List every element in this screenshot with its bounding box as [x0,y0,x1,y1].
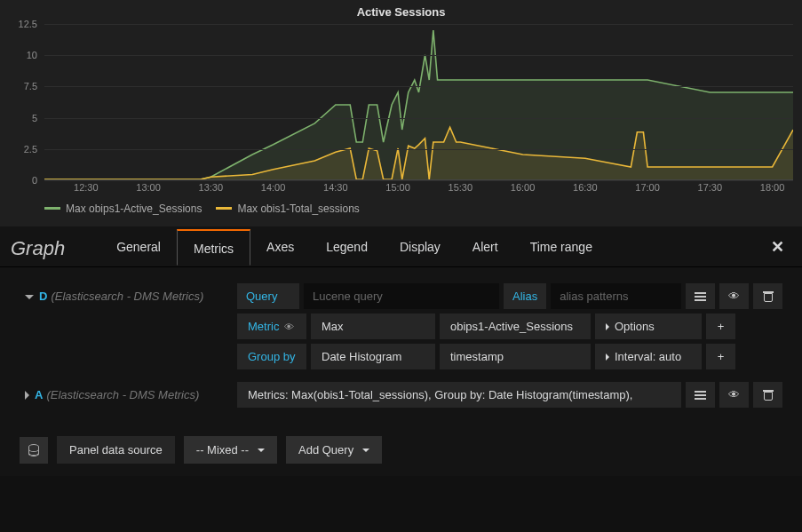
metric-field-select[interactable]: obips1-Active_Sessions [440,314,591,339]
query-datasource: (Elasticsearch - DMS Metrics) [46,388,199,401]
menu-icon [695,391,706,400]
chart-svg [44,24,793,179]
close-icon[interactable]: ✕ [771,237,784,257]
query-datasource: (Elasticsearch - DMS Metrics) [51,290,203,303]
query-row-a: A (Elasticsearch - DMS Metrics) Metrics:… [20,382,782,408]
y-tick: 10 [27,50,37,60]
caret-right-icon [606,353,609,361]
eye-icon: 👁 [728,388,740,401]
tab-legend[interactable]: Legend [310,229,384,265]
groupby-interval-toggle[interactable]: Interval: auto [595,344,702,369]
query-toggle-d[interactable]: D (Elasticsearch - DMS Metrics) [20,283,233,309]
x-tick: 17:00 [635,182,660,193]
tab-metrics[interactable]: Metrics [177,229,250,266]
query-delete-button[interactable] [753,382,782,408]
x-tick: 15:30 [449,182,473,193]
y-tick: 12.5 [19,19,37,29]
legend-label: Max obis1-Total_sessions [237,202,359,215]
query-row-d: D (Elasticsearch - DMS Metrics) Query Lu… [20,283,782,369]
chevron-down-icon [258,449,265,452]
query-delete-button[interactable] [753,283,782,309]
query-menu-button[interactable] [686,382,715,408]
metrics-tab-content: D (Elasticsearch - DMS Metrics) Query Lu… [0,267,802,424]
datasource-icon-button[interactable] [20,437,48,464]
add-query-button[interactable]: Add Query [286,436,382,464]
x-tick: 16:00 [511,182,536,193]
y-tick: 2.5 [24,144,37,155]
alias-input[interactable]: alias patterns [551,283,681,309]
query-letter: D [39,290,47,303]
legend-label: Max obips1-Active_Sessions [66,202,202,215]
chart-panel: Active Sessions 02.557.51012.5 12:3013:0… [0,0,802,226]
x-tick: 12:30 [74,182,99,193]
caret-down-icon [25,295,34,299]
query-visibility-button[interactable]: 👁 [719,382,749,408]
x-tick: 13:30 [199,182,224,193]
editor-tabbar: Graph GeneralMetricsAxesLegendDisplayAle… [0,226,802,267]
tab-display[interactable]: Display [384,229,457,265]
add-groupby-button[interactable]: + [706,344,735,369]
trash-icon [764,291,773,302]
plot-region[interactable] [44,24,793,180]
y-tick: 7.5 [24,81,37,91]
tab-time-range[interactable]: Time range [514,229,608,265]
x-tick: 15:00 [385,182,410,193]
metric-label: Metric👁 [237,314,306,339]
groupby-field-select[interactable]: timestamp [440,344,591,369]
metric-options-toggle[interactable]: Options [595,314,702,339]
caret-right-icon [25,391,29,400]
query-menu-button[interactable] [686,283,715,309]
tab-general[interactable]: General [100,229,177,265]
tab-axes[interactable]: Axes [250,229,310,265]
panel-editor: Graph GeneralMetricsAxesLegendDisplayAle… [0,226,802,476]
menu-icon [695,292,706,301]
lucene-query-input[interactable]: Lucene query [304,283,499,309]
chart-title: Active Sessions [9,4,793,24]
y-axis: 02.557.51012.5 [14,24,41,180]
editor-footer: Panel data source -- Mixed -- Add Query [0,424,802,476]
database-icon [28,444,39,457]
x-axis: 12:3013:0013:3014:0014:3015:0015:3016:00… [44,180,793,193]
eye-icon: 👁 [728,290,740,303]
eye-icon[interactable]: 👁 [284,322,294,332]
legend-item[interactable]: Max obips1-Active_Sessions [44,202,202,215]
legend-item[interactable]: Max obis1-Total_sessions [216,202,359,215]
groupby-label: Group by [237,344,306,369]
caret-right-icon [606,323,609,330]
legend-swatch [216,207,232,210]
chevron-down-icon [362,449,369,452]
y-tick: 5 [32,113,37,123]
panel-datasource-select[interactable]: -- Mixed -- [184,436,277,464]
chart-legend: Max obips1-Active_SessionsMax obis1-Tota… [9,193,793,215]
trash-icon [764,390,773,401]
query-label: Query [237,283,299,309]
legend-swatch [44,207,60,210]
query-summary: Metrics: Max(obis1-Total_sessions), Grou… [237,382,681,408]
tab-alert[interactable]: Alert [457,229,514,265]
x-tick: 14:00 [261,182,286,193]
panel-datasource-label: Panel data source [57,436,175,464]
x-tick: 13:00 [136,182,161,193]
x-tick: 16:30 [573,182,598,193]
chart-area[interactable]: 02.557.51012.5 12:3013:0013:3014:0014:30… [44,24,793,193]
query-toggle-a[interactable]: A (Elasticsearch - DMS Metrics) [20,382,233,408]
query-letter: A [35,388,43,401]
query-visibility-button[interactable]: 👁 [719,283,749,309]
panel-type-label: Graph [11,234,65,260]
metric-agg-select[interactable]: Max [311,314,435,339]
x-tick: 17:30 [698,182,723,193]
y-tick: 0 [32,175,37,186]
x-tick: 14:30 [323,182,348,193]
add-metric-button[interactable]: + [706,314,735,339]
alias-label: Alias [504,283,546,309]
x-tick: 18:00 [760,182,785,193]
groupby-type-select[interactable]: Date Histogram [311,344,435,369]
